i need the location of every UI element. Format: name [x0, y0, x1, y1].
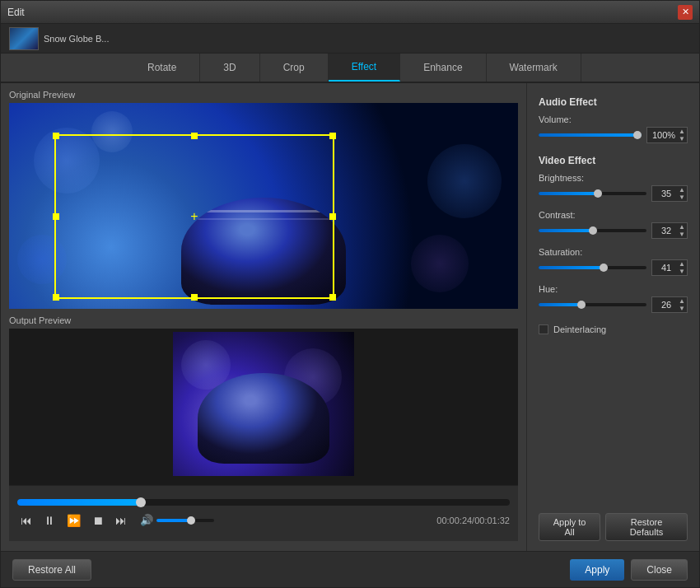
close-icon[interactable]: ✕: [678, 5, 693, 20]
volume-slider[interactable]: [156, 519, 214, 522]
restore-defaults-button[interactable]: Restore Defaults: [605, 513, 688, 541]
contrast-row: Contrast: 32 ▲▼: [539, 210, 688, 239]
brightness-arrows[interactable]: ▲▼: [679, 186, 685, 201]
saturation-fill: [539, 266, 604, 269]
volume-value: 100%: [649, 130, 679, 140]
tabs-bar: Rotate 3D Crop Effect Enhance Watermark: [1, 54, 699, 83]
progress-fill: [17, 499, 141, 506]
deinterlacing-row: Deinterlacing: [539, 324, 688, 334]
hue-arrows[interactable]: ▲▼: [679, 297, 685, 312]
crop-overlay[interactable]: +: [54, 134, 334, 299]
tab-effect[interactable]: Effect: [329, 54, 400, 82]
edit-window: Edit ✕ Snow Globe B... Rotate 3D Crop Ef…: [0, 0, 700, 588]
volume-arrows[interactable]: ▲▼: [679, 128, 685, 142]
main-content: Original Preview: [1, 83, 699, 551]
skip-back-button[interactable]: ⏮: [17, 512, 35, 529]
playback-controls-bar: ⏮ ⏸ ⏩ ⏹ ⏭ 🔊 00:00:24/00:01:32: [9, 485, 518, 541]
original-preview: +: [9, 103, 518, 309]
brightness-spinbox[interactable]: 35 ▲▼: [651, 185, 688, 202]
contrast-arrows[interactable]: ▲▼: [679, 223, 685, 238]
brightness-fill: [539, 192, 598, 195]
hue-slider[interactable]: [539, 303, 646, 306]
restore-all-button[interactable]: Restore All: [12, 559, 91, 581]
crosshair-icon: +: [190, 209, 198, 224]
contrast-slider[interactable]: [539, 229, 646, 232]
file-tab: Snow Globe B...: [1, 24, 699, 54]
volume-row: Volume: 100% ▲▼: [539, 114, 688, 143]
bottom-bar: Restore All Apply Close: [1, 551, 699, 587]
file-name: Snow Globe B...: [44, 34, 110, 44]
audio-effect-title: Audio Effect: [539, 96, 688, 108]
right-panel: Audio Effect Volume: 100% ▲▼: [526, 83, 699, 551]
time-display: 00:00:24/00:01:32: [436, 516, 510, 525]
saturation-handle[interactable]: [600, 264, 608, 272]
contrast-handle[interactable]: [589, 226, 597, 235]
hue-handle[interactable]: [577, 301, 586, 309]
saturation-spinbox[interactable]: 41 ▲▼: [651, 259, 688, 276]
brightness-row: Brightness: 35 ▲▼: [539, 173, 688, 202]
output-preview-label: Output Preview: [9, 315, 518, 325]
progress-handle[interactable]: [136, 497, 146, 507]
preview-panel: Original Preview: [1, 83, 526, 551]
hue-label: Hue:: [539, 284, 688, 294]
volume-fill: [156, 519, 191, 522]
fast-forward-button[interactable]: ⏩: [63, 512, 84, 529]
crop-handle-ml[interactable]: [53, 213, 59, 220]
volume-effect-slider[interactable]: [539, 133, 642, 137]
brightness-label: Brightness:: [539, 173, 688, 183]
saturation-label: Saturation:: [539, 247, 688, 257]
skip-forward-button[interactable]: ⏭: [112, 512, 130, 529]
tab-watermark[interactable]: Watermark: [487, 54, 581, 82]
saturation-row: Saturation: 41 ▲▼: [539, 247, 688, 276]
contrast-spinbox[interactable]: 32 ▲▼: [651, 222, 688, 239]
brightness-slider[interactable]: [539, 192, 646, 195]
deinterlacing-checkbox[interactable]: [539, 324, 548, 334]
volume-control: 🔊: [140, 514, 214, 526]
volume-handle[interactable]: [187, 516, 195, 525]
hue-slider-row: 26 ▲▼: [539, 296, 688, 313]
original-image: +: [9, 103, 518, 309]
saturation-slider-row: 41 ▲▼: [539, 259, 688, 276]
crop-handle-br[interactable]: [329, 294, 336, 301]
crop-handle-tc[interactable]: [191, 133, 198, 139]
crop-handle-tl[interactable]: [53, 133, 59, 139]
window-title: Edit: [7, 7, 678, 18]
contrast-label: Contrast:: [539, 210, 688, 220]
brightness-slider-row: 35 ▲▼: [539, 185, 688, 202]
tab-3d[interactable]: 3D: [200, 54, 259, 82]
hue-value: 26: [654, 300, 679, 310]
file-thumbnail: [9, 27, 39, 50]
bottom-right-buttons: Apply Close: [570, 559, 688, 581]
contrast-value: 32: [654, 226, 679, 236]
hue-spinbox[interactable]: 26 ▲▼: [651, 296, 688, 313]
volume-icon: 🔊: [140, 514, 153, 526]
close-button[interactable]: Close: [631, 559, 688, 581]
volume-label: Volume:: [539, 114, 688, 124]
video-effect-title: Video Effect: [539, 155, 688, 166]
saturation-slider[interactable]: [539, 266, 646, 269]
pause-button[interactable]: ⏸: [40, 512, 58, 529]
volume-effect-handle[interactable]: [633, 131, 642, 139]
crop-handle-mr[interactable]: [329, 213, 336, 220]
contrast-fill: [539, 229, 593, 232]
original-preview-label: Original Preview: [9, 90, 518, 100]
progress-bar[interactable]: [17, 499, 510, 506]
output-preview: [9, 329, 518, 485]
crop-handle-bc[interactable]: [191, 294, 198, 301]
apply-to-all-button[interactable]: Apply to All: [539, 513, 600, 541]
hue-row: Hue: 26 ▲▼: [539, 284, 688, 313]
playback-buttons: ⏮ ⏸ ⏩ ⏹ ⏭ 🔊 00:00:24/00:01:32: [17, 512, 510, 529]
volume-slider-row: 100% ▲▼: [539, 127, 688, 143]
volume-spinbox[interactable]: 100% ▲▼: [646, 127, 688, 143]
brightness-value: 35: [654, 189, 679, 198]
crop-handle-tr[interactable]: [329, 133, 336, 139]
tab-rotate[interactable]: Rotate: [124, 54, 200, 82]
tab-crop[interactable]: Crop: [260, 54, 329, 82]
stop-button[interactable]: ⏹: [89, 512, 107, 529]
apply-button[interactable]: Apply: [570, 559, 624, 581]
saturation-arrows[interactable]: ▲▼: [679, 260, 685, 275]
brightness-handle[interactable]: [594, 189, 602, 198]
saturation-value: 41: [654, 263, 679, 273]
crop-handle-bl[interactable]: [53, 294, 59, 301]
tab-enhance[interactable]: Enhance: [400, 54, 486, 82]
